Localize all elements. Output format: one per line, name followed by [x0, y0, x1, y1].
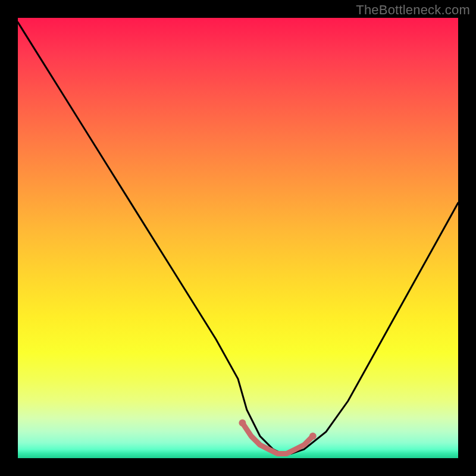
- bottleneck-curve: [18, 22, 458, 453]
- highlight-endpoint: [239, 419, 246, 427]
- highlight-endpoint: [309, 433, 317, 440]
- chart-svg: [18, 18, 458, 458]
- chart-frame: TheBottleneck.com: [0, 0, 476, 476]
- watermark-text: TheBottleneck.com: [356, 2, 470, 18]
- plot-area: [18, 18, 458, 458]
